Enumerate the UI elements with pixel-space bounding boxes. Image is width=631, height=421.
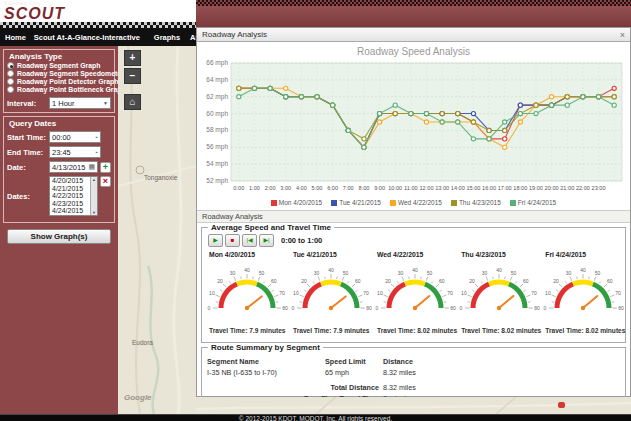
data-point[interactable] <box>456 120 460 124</box>
data-point[interactable] <box>424 120 428 124</box>
data-point[interactable] <box>440 120 444 124</box>
stop-button[interactable]: ■ <box>225 234 240 247</box>
panel-title-bar: Roadway Analysis × <box>197 28 630 42</box>
remove-date-button[interactable]: × <box>100 176 111 187</box>
data-point[interactable] <box>612 103 616 107</box>
date-list-item[interactable]: 4/21/2015 <box>50 185 90 193</box>
map-zoom-in-button[interactable]: + <box>124 50 141 66</box>
data-point[interactable] <box>581 95 585 99</box>
radio-option-roadway-point-detector-graph[interactable]: Roadway Point Detector Graph <box>7 78 111 85</box>
data-point[interactable] <box>471 111 475 115</box>
data-point[interactable] <box>237 95 241 99</box>
data-point[interactable] <box>503 120 507 124</box>
radio-option-label: Roadway Segment Graph <box>17 62 100 69</box>
data-point[interactable] <box>565 103 569 107</box>
date-list-item[interactable]: 4/20/2015 <box>50 177 90 185</box>
data-point[interactable] <box>424 111 428 115</box>
data-point[interactable] <box>315 95 319 99</box>
data-point[interactable] <box>565 95 569 99</box>
query-dates-fieldset: Query Dates Start Time: 00:00 ◔ End Time… <box>3 116 115 223</box>
data-point[interactable] <box>409 111 413 115</box>
svg-text:30: 30 <box>230 270 236 276</box>
interval-label: Interval: <box>7 99 49 108</box>
data-point[interactable] <box>550 95 554 99</box>
dates-listbox[interactable]: 4/20/20154/21/20154/22/20154/23/20154/24… <box>49 176 98 216</box>
data-point[interactable] <box>331 103 335 107</box>
data-point[interactable] <box>284 95 288 99</box>
data-point[interactable] <box>346 128 350 132</box>
svg-text:70: 70 <box>279 290 285 296</box>
data-point[interactable] <box>252 86 256 90</box>
show-graphs-button[interactable]: Show Graph(s) <box>7 229 111 244</box>
data-point[interactable] <box>518 120 522 124</box>
date-list-item[interactable]: 4/22/2015 <box>50 192 90 200</box>
data-point[interactable] <box>487 128 491 132</box>
date-input[interactable]: 4/13/2015 ▦ <box>49 161 98 173</box>
data-point[interactable] <box>534 111 538 115</box>
data-point[interactable] <box>268 86 272 90</box>
data-point[interactable] <box>456 111 460 115</box>
data-point[interactable] <box>299 95 303 99</box>
data-point[interactable] <box>362 137 366 141</box>
radio-icon[interactable] <box>7 70 14 77</box>
map-zoom-out-button[interactable]: − <box>124 68 141 84</box>
radio-icon[interactable] <box>7 78 14 85</box>
calendar-icon[interactable]: ▦ <box>88 163 95 171</box>
data-point[interactable] <box>503 137 507 141</box>
data-point[interactable] <box>471 137 475 141</box>
data-point[interactable] <box>284 86 288 90</box>
start-time-input[interactable]: 00:00 ◔ <box>49 131 101 143</box>
data-point[interactable] <box>237 86 241 90</box>
data-point[interactable] <box>534 103 538 107</box>
step-forward-button[interactable]: ▶| <box>259 234 274 247</box>
close-icon[interactable]: × <box>620 31 625 39</box>
map-home-button[interactable]: ⌂ <box>124 94 141 110</box>
date-list-item[interactable]: 4/24/2015 <box>50 207 90 215</box>
data-point[interactable] <box>518 111 522 115</box>
data-point[interactable] <box>362 145 366 149</box>
data-point[interactable] <box>612 86 616 90</box>
data-point[interactable] <box>393 103 397 107</box>
data-point[interactable] <box>550 103 554 107</box>
data-point[interactable] <box>503 145 507 149</box>
interval-select[interactable]: 1 Hour ▼ <box>49 97 111 109</box>
start-time-value: 00:00 <box>52 133 71 142</box>
radio-option-roadway-point-bottleneck-graph[interactable]: Roadway Point Bottleneck Graph <box>7 86 111 93</box>
date-list-item[interactable]: 4/23/2015 <box>50 200 90 208</box>
travel-time-label: Travel Time: 8.02 minutes <box>545 327 625 334</box>
scroll-down-icon[interactable]: ▼ <box>92 210 96 215</box>
avg-speed-fieldset: Average Speed and Travel Time ▶ ■ |◀ ▶| … <box>201 227 626 343</box>
travel-time-label: Travel Time: 7.9 minutes <box>293 327 373 334</box>
play-button[interactable]: ▶ <box>208 234 223 247</box>
add-date-button[interactable]: + <box>100 162 111 173</box>
data-point[interactable] <box>393 111 397 115</box>
col-segment-name: Segment Name <box>207 356 325 367</box>
map[interactable]: + − ⌂ Tonganoxie Eudora Google <box>118 46 196 414</box>
radio-icon[interactable] <box>7 62 14 69</box>
listbox-scrollbar[interactable]: ▲ ▼ <box>90 177 97 215</box>
data-point[interactable] <box>377 120 381 124</box>
svg-text:80: 80 <box>534 305 540 311</box>
clock-icon[interactable]: ◔ <box>94 149 98 156</box>
end-time-input[interactable]: 23:45 ◔ <box>49 146 101 158</box>
nav-item-home[interactable]: Home <box>5 33 26 42</box>
data-point[interactable] <box>471 120 475 124</box>
data-point[interactable] <box>503 128 507 132</box>
data-point[interactable] <box>377 111 381 115</box>
roadway-analysis-panel: Roadway Analysis × Roadway Speed Analysi… <box>196 27 631 397</box>
data-point[interactable] <box>487 137 491 141</box>
data-point[interactable] <box>612 95 616 99</box>
data-point[interactable] <box>440 111 444 115</box>
legend-label: Mon 4/20/2015 <box>279 199 322 206</box>
clock-icon[interactable]: ◔ <box>94 134 98 141</box>
radio-icon[interactable] <box>7 86 14 93</box>
data-point[interactable] <box>596 95 600 99</box>
data-point[interactable] <box>518 103 522 107</box>
map-marker[interactable] <box>558 402 565 408</box>
nav-item-graphs[interactable]: Graphs <box>154 33 180 42</box>
nav-item-scout-at-a-glance-interactive[interactable]: Scout At-A-Glance-Interactive <box>34 33 140 42</box>
radio-option-roadway-segment-graph[interactable]: Roadway Segment Graph <box>7 62 111 69</box>
step-back-button[interactable]: |◀ <box>242 234 257 247</box>
scroll-up-icon[interactable]: ▲ <box>92 177 96 182</box>
radio-option-roadway-segment-speedometer[interactable]: Roadway Segment Speedometer <box>7 70 111 77</box>
